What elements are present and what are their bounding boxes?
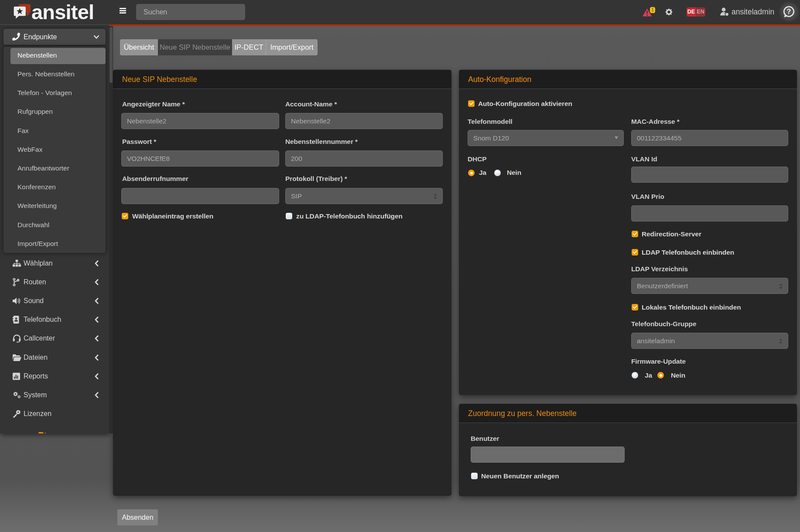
svg-text:?: ? bbox=[787, 8, 791, 15]
